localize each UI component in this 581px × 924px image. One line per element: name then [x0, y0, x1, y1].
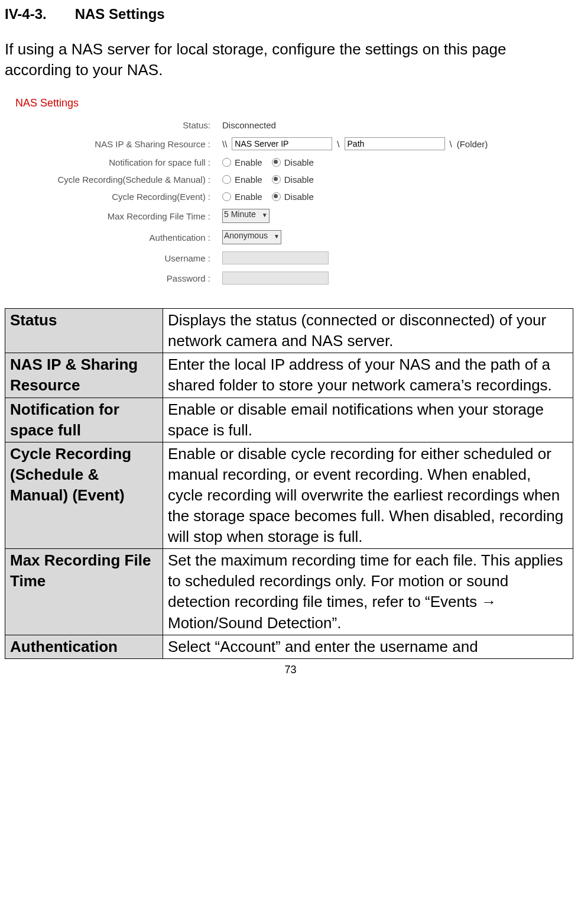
folder-text: (Folder) — [457, 139, 488, 149]
cycle-sm-label: Cycle Recording(Schedule & Manual) : — [15, 175, 215, 185]
username-label: Username : — [15, 253, 215, 263]
chevron-down-icon: ▼ — [274, 233, 280, 240]
term-cell: Max Recording File Time — [5, 549, 163, 635]
cycle-ev-enable-text: Enable — [235, 192, 262, 202]
notif-disable-radio[interactable] — [272, 158, 281, 167]
cycle-ev-disable-radio[interactable] — [272, 192, 281, 201]
status-value: Disconnected — [222, 120, 276, 130]
table-row: NAS IP & Sharing Resource Enter the loca… — [5, 353, 573, 398]
chevron-down-icon: ▼ — [262, 212, 268, 218]
section-number: IV-4-3. — [5, 6, 47, 22]
term-cell: NAS IP & Sharing Resource — [5, 353, 163, 398]
row-cycle-sm: Cycle Recording(Schedule & Manual) : Ena… — [15, 175, 576, 185]
notif-enable-text: Enable — [235, 157, 262, 167]
table-row: Cycle Recording (Schedule & Manual) (Eve… — [5, 442, 573, 548]
nas-path-input[interactable] — [345, 137, 445, 150]
term-cell: Cycle Recording (Schedule & Manual) (Eve… — [5, 442, 163, 548]
desc-cell: Enable or disable cycle recording for ei… — [163, 442, 573, 548]
cycle-sm-disable-text: Disable — [284, 175, 314, 185]
desc-cell: Enter the local IP address of your NAS a… — [163, 353, 573, 398]
auth-label: Authentication : — [15, 232, 215, 243]
auth-select[interactable]: Anonymous▼ — [222, 230, 281, 244]
nas-ip-input[interactable] — [232, 137, 332, 150]
page-number: 73 — [5, 664, 576, 676]
desc-cell: Select “Account” and enter the username … — [163, 635, 573, 658]
term-cell: Status — [5, 309, 163, 353]
cycle-ev-radio-group: Enable Disable — [222, 192, 320, 202]
status-label: Status: — [15, 120, 215, 130]
panel-title: NAS Settings — [15, 97, 576, 109]
nas-ip-label: NAS IP & Sharing Resource : — [15, 139, 215, 149]
term-cell: Authentication — [5, 635, 163, 658]
term-cell: Notification for space full — [5, 398, 163, 442]
row-cycle-ev: Cycle Recording(Event) : Enable Disable — [15, 192, 576, 202]
section-title: NAS Settings — [75, 6, 165, 22]
description-table: Status Displays the status (connected or… — [5, 308, 573, 659]
table-row: Notification for space full Enable or di… — [5, 398, 573, 442]
row-max-time: Max Recording File Time : 5 Minute▼ — [15, 209, 576, 223]
max-time-select[interactable]: 5 Minute▼ — [222, 209, 270, 223]
cycle-sm-disable-radio[interactable] — [272, 175, 281, 184]
desc-cell: Displays the status (connected or discon… — [163, 309, 573, 353]
cycle-sm-radio-group: Enable Disable — [222, 175, 320, 185]
row-nas-ip: NAS IP & Sharing Resource : \\ \ \ (Fold… — [15, 137, 576, 150]
row-auth: Authentication : Anonymous▼ — [15, 230, 576, 244]
desc-cell: Set the maximum recording time for each … — [163, 549, 573, 635]
section-heading: IV-4-3.NAS Settings — [5, 6, 576, 22]
table-row: Authentication Select “Account” and ente… — [5, 635, 573, 658]
cycle-sm-enable-text: Enable — [235, 175, 262, 185]
row-status: Status: Disconnected — [15, 120, 576, 130]
ip-prefix: \\ — [222, 139, 227, 149]
max-time-label: Max Recording File Time : — [15, 211, 215, 221]
cycle-ev-enable-radio[interactable] — [222, 192, 231, 201]
desc-cell: Enable or disable email notifications wh… — [163, 398, 573, 442]
ip-sep: \ — [337, 139, 339, 149]
notif-enable-radio[interactable] — [222, 158, 231, 167]
row-username: Username : — [15, 251, 576, 264]
cycle-ev-disable-text: Disable — [284, 192, 314, 202]
table-row: Max Recording File Time Set the maximum … — [5, 549, 573, 635]
table-row: Status Displays the status (connected or… — [5, 309, 573, 353]
row-password: Password : — [15, 272, 576, 285]
row-notification: Notification for space full : Enable Dis… — [15, 157, 576, 167]
notif-disable-text: Disable — [284, 157, 314, 167]
notification-radio-group: Enable Disable — [222, 157, 320, 167]
password-input[interactable] — [222, 272, 329, 285]
notification-label: Notification for space full : — [15, 157, 215, 167]
intro-paragraph: If using a NAS server for local storage,… — [5, 39, 576, 80]
cycle-ev-label: Cycle Recording(Event) : — [15, 192, 215, 202]
username-input[interactable] — [222, 251, 329, 264]
cycle-sm-enable-radio[interactable] — [222, 175, 231, 184]
password-label: Password : — [15, 273, 215, 283]
nas-settings-panel: NAS Settings Status: Disconnected NAS IP… — [15, 97, 576, 285]
folder-sep: \ — [450, 139, 452, 149]
